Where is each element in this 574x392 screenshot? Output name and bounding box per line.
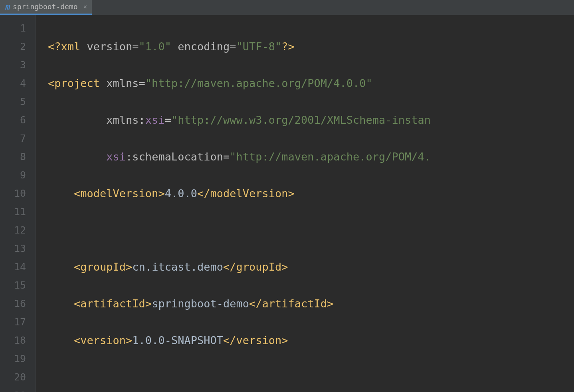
tag-close: > xyxy=(145,297,152,310)
eq: = xyxy=(230,40,236,53)
code-area[interactable]: <?xml version="1.0" encoding="UTF-8"?> <… xyxy=(36,15,431,392)
line-number: 9 xyxy=(0,166,36,184)
line-number: 10 xyxy=(0,184,36,203)
tag-close: > xyxy=(126,261,132,273)
line-number: 2 xyxy=(0,38,36,56)
text-node: 1.0.0-SNAPSHOT xyxy=(132,334,223,346)
close-icon[interactable]: × xyxy=(83,4,87,10)
line-number: 4 xyxy=(0,74,36,93)
attr-value: "http://www.w3.org/2001/XMLSchema-instan xyxy=(171,114,431,126)
eq: = xyxy=(165,114,171,126)
line-number: 21 xyxy=(0,386,36,392)
line-number: 20 xyxy=(0,368,36,386)
tag-open: < xyxy=(48,77,54,89)
attr: schemaLocation xyxy=(132,150,223,163)
tab-springboot-demo[interactable]: m springboot-demo × xyxy=(0,0,92,15)
code-line[interactable] xyxy=(44,368,431,386)
colon: : xyxy=(126,150,132,163)
tag-close: > xyxy=(158,187,164,200)
tag-open: </ xyxy=(223,334,236,346)
line-number: 12 xyxy=(0,221,36,240)
pi-close: ?> xyxy=(281,40,295,53)
tag-open: </ xyxy=(223,261,236,273)
gutter: 1 2 3 4 5 6 7 8 9 10 11 12 13 14 15 16 1… xyxy=(0,15,36,392)
line-number: 6 xyxy=(0,111,36,129)
line-number: 18 xyxy=(0,331,36,350)
line-number: 14 xyxy=(0,258,36,276)
eq: = xyxy=(132,40,139,53)
line-number: 8 xyxy=(0,148,36,166)
tag-name: modelVersion xyxy=(80,187,158,200)
tag-close: > xyxy=(126,334,132,346)
line-number: 1 xyxy=(0,19,36,38)
tag-name: artifactId xyxy=(80,297,145,310)
attr-value: "http://maven.apache.org/POM/4.0.0" xyxy=(145,77,372,89)
tag-open: < xyxy=(74,187,80,200)
tag-open: < xyxy=(74,334,80,346)
tag-close: > xyxy=(281,334,288,346)
tag-name: groupId xyxy=(236,261,281,273)
line-number: 7 xyxy=(0,129,36,148)
tag-close: > xyxy=(288,187,295,200)
pi-open: <? xyxy=(48,40,61,53)
tag-name: project xyxy=(54,77,106,89)
attr-value: "UTF-8" xyxy=(236,40,281,53)
eq: = xyxy=(223,150,230,163)
tag-name: version xyxy=(80,334,126,346)
line-number: 13 xyxy=(0,240,36,258)
line-number: 16 xyxy=(0,295,36,313)
tag-open: < xyxy=(74,297,80,310)
code-line[interactable]: <modelVersion>4.0.0</modelVersion> xyxy=(44,184,431,203)
attr-value: "http://maven.apache.org/POM/4. xyxy=(230,150,431,163)
code-line[interactable]: <artifactId>springboot-demo</artifactId> xyxy=(44,295,431,313)
tag-open: </ xyxy=(197,187,210,200)
line-number: 3 xyxy=(0,56,36,74)
tab-title: springboot-demo xyxy=(13,3,78,10)
tag-name: modelVersion xyxy=(210,187,288,200)
pi-name: xml xyxy=(61,40,87,53)
space xyxy=(171,40,178,53)
tag-name: groupId xyxy=(80,261,126,273)
attr: version xyxy=(87,40,133,53)
line-number: 11 xyxy=(0,203,36,221)
tag-close: > xyxy=(281,261,288,273)
tag-name: version xyxy=(236,334,281,346)
code-line[interactable]: <?xml version="1.0" encoding="UTF-8"?> xyxy=(44,38,431,56)
text-node: 4.0.0 xyxy=(165,187,197,200)
attr: xmlns: xyxy=(106,114,145,126)
line-number: 19 xyxy=(0,350,36,368)
line-number: 17 xyxy=(0,313,36,331)
code-line[interactable] xyxy=(44,221,431,240)
text-node: springboot-demo xyxy=(152,297,249,310)
ns: xsi xyxy=(145,114,165,126)
eq: = xyxy=(139,77,145,89)
text-node: cn.itcast.demo xyxy=(132,261,223,273)
code-line[interactable]: xsi:schemaLocation="http://maven.apache.… xyxy=(44,148,431,166)
tag-close: > xyxy=(327,297,333,310)
tab-bar: m springboot-demo × xyxy=(0,0,574,15)
code-line[interactable]: <project xmlns="http://maven.apache.org/… xyxy=(44,74,431,93)
attr-value: "1.0" xyxy=(139,40,171,53)
tag-open: < xyxy=(74,261,80,273)
attr: xmlns xyxy=(106,77,139,89)
editor[interactable]: 1 2 3 4 5 6 7 8 9 10 11 12 13 14 15 16 1… xyxy=(0,15,574,392)
ns: xsi xyxy=(106,150,126,163)
maven-icon: m xyxy=(5,3,10,11)
code-line[interactable]: <version>1.0.0-SNAPSHOT</version> xyxy=(44,331,431,350)
attr: encoding xyxy=(178,40,230,53)
code-line[interactable]: xmlns:xsi="http://www.w3.org/2001/XMLSch… xyxy=(44,111,431,129)
line-number: 15 xyxy=(0,276,36,295)
tag-open: </ xyxy=(249,297,262,310)
code-line[interactable]: <groupId>cn.itcast.demo</groupId> xyxy=(44,258,431,276)
line-number: 5 xyxy=(0,93,36,111)
tag-name: artifactId xyxy=(262,297,327,310)
